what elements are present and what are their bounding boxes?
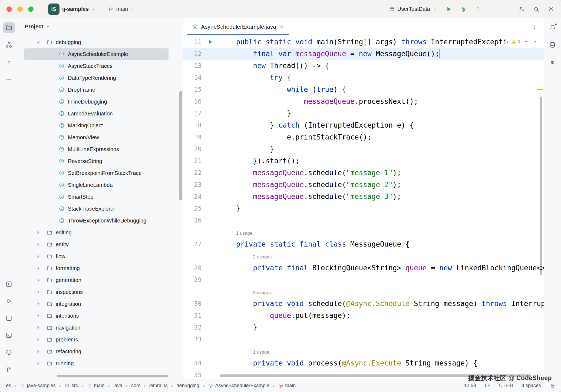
tree-item-formatting[interactable]: formatting <box>18 262 183 274</box>
breadcrumb-src[interactable]: src <box>65 383 78 388</box>
code-editor[interactable]: 11 public static void main(String[] args… <box>183 35 544 379</box>
line-number[interactable]: 31 <box>183 310 202 321</box>
line-number[interactable]: 15 <box>183 84 202 95</box>
tree-item-refactoring[interactable]: refactoring <box>18 346 183 357</box>
usage-hint[interactable]: 2 usages <box>253 254 272 260</box>
line-number[interactable]: 22 <box>183 167 202 179</box>
line-number[interactable]: 14 <box>183 72 202 84</box>
indent-widget[interactable]: 4 spaces <box>522 383 541 388</box>
notifications-button[interactable] <box>547 22 559 33</box>
commit-button[interactable] <box>3 57 15 68</box>
line-number[interactable]: 17 <box>183 107 202 119</box>
breadcrumb-debugging[interactable]: debugging <box>177 383 199 388</box>
encoding-widget[interactable]: UTF-8 <box>499 383 513 388</box>
line-number[interactable]: 35 <box>183 369 202 379</box>
line-number[interactable]: 26 <box>183 214 202 226</box>
breadcrumb-java[interactable]: java <box>113 383 122 388</box>
project-horizontal-scrollbar[interactable] <box>57 375 168 377</box>
tree-item-DropFrame[interactable]: CDropFrame <box>18 84 183 96</box>
tree-item-SmartStep[interactable]: CSmartStep <box>18 191 183 203</box>
debug-button[interactable] <box>458 4 469 15</box>
services-button[interactable] <box>3 279 15 290</box>
warning-stripe-mark[interactable] <box>537 89 543 90</box>
line-number[interactable]: 24 <box>183 191 202 202</box>
line-number[interactable]: 28 <box>183 262 202 274</box>
search-everywhere-button[interactable] <box>531 4 542 15</box>
tree-item-integration[interactable]: integration <box>18 298 183 310</box>
tree-item-AsyncSchedulerExample[interactable]: CAsyncSchedulerExample <box>18 48 183 60</box>
problems-button[interactable] <box>3 347 15 358</box>
line-number[interactable]: 20 <box>183 143 202 155</box>
tree-item-InlineDebugging[interactable]: CInlineDebugging <box>18 96 183 108</box>
tree-item-LambdaEvaluation[interactable]: CLambdaEvaluation <box>18 108 183 119</box>
run-gutter-slot[interactable] <box>202 36 219 48</box>
run-button[interactable] <box>443 4 454 15</box>
tree-item-editing[interactable]: editing <box>18 227 183 238</box>
line-number[interactable]: 29 <box>183 274 202 286</box>
line-number[interactable]: 30 <box>183 298 202 310</box>
line-number[interactable]: 18 <box>183 119 202 131</box>
tree-item-SingleLineLambda[interactable]: CSingleLineLambda <box>18 179 183 191</box>
project-selector[interactable]: IS ij-samples <box>45 2 98 16</box>
tree-item-MemoryView[interactable]: CMemoryView <box>18 131 183 143</box>
project-panel-header[interactable]: Project <box>18 18 183 35</box>
tree-item-ReverseString[interactable]: CReverseString <box>18 155 183 167</box>
line-number[interactable]: 23 <box>183 179 202 191</box>
line-number[interactable]: 16 <box>183 95 202 107</box>
tree-item-MarkingObject[interactable]: CMarkingObject <box>18 119 183 131</box>
editor-tab[interactable]: C AsyncSchedulerExample.java <box>187 18 289 35</box>
tree-item-SetBreakpointFromStackTrace[interactable]: CSetBreakpointFromStackTrace <box>18 167 183 179</box>
code-with-me-button[interactable] <box>516 4 527 15</box>
line-number[interactable]: 34 <box>183 357 202 369</box>
terminal-button[interactable] <box>3 330 15 341</box>
structure-button[interactable] <box>3 39 15 50</box>
caret-position-widget[interactable]: 12:53 <box>464 383 476 388</box>
breadcrumb-es[interactable]: es <box>6 383 11 388</box>
warnings-indicator[interactable]: 1 <box>511 39 520 44</box>
tree-item-problems[interactable]: problems <box>18 334 183 346</box>
maven-button[interactable]: m <box>547 57 559 68</box>
branch-selector[interactable]: main <box>105 4 138 14</box>
project-button[interactable] <box>3 22 15 33</box>
run-tool-button[interactable] <box>3 296 15 307</box>
line-number[interactable]: 12 <box>183 48 202 60</box>
previous-problem-button[interactable] <box>523 39 529 45</box>
usage-hint[interactable]: 1 usage <box>253 350 269 355</box>
tree-item-entity[interactable]: entity <box>18 238 183 250</box>
tree-item-running[interactable]: running <box>18 357 183 369</box>
tree-item-MultiLineExpressions[interactable]: CMultiLineExpressions <box>18 143 183 155</box>
next-problem-button[interactable] <box>532 39 538 45</box>
version-control-button[interactable] <box>3 364 15 375</box>
lock-icon[interactable] <box>550 383 555 388</box>
minimize-button[interactable] <box>17 6 23 12</box>
line-number[interactable]: 21 <box>183 155 202 167</box>
console-button[interactable] <box>3 313 15 324</box>
line-number[interactable]: 27 <box>183 238 202 250</box>
line-number[interactable]: 19 <box>183 131 202 143</box>
tree-item-intentions[interactable]: intentions <box>18 310 183 322</box>
more-tool-windows-button[interactable] <box>3 74 15 85</box>
line-number[interactable]: 11 <box>183 36 202 48</box>
breadcrumb-jetbrains[interactable]: jetbrains <box>149 383 168 388</box>
breadcrumb-java-samples[interactable]: java-samples <box>20 383 56 388</box>
line-separator-widget[interactable]: LF <box>485 383 490 388</box>
tree-item-debugging[interactable]: debugging <box>18 36 183 48</box>
breadcrumb-AsyncSchedulerExample[interactable]: CAsyncSchedulerExample <box>208 383 269 388</box>
run-config-selector[interactable]: UserTestData <box>387 4 440 14</box>
line-number[interactable]: 33 <box>183 333 202 345</box>
tree-item-DataTypeRendering[interactable]: CDataTypeRendering <box>18 72 183 84</box>
more-actions-button[interactable] <box>472 4 484 15</box>
zoom-button[interactable] <box>28 6 34 12</box>
breadcrumb-main[interactable]: mmain <box>278 383 296 388</box>
close-tab-icon[interactable] <box>279 24 284 29</box>
line-number[interactable]: 25 <box>183 202 202 214</box>
line-number[interactable]: 32 <box>183 321 202 333</box>
project-vertical-scrollbar[interactable] <box>179 91 182 200</box>
close-button[interactable] <box>6 6 12 12</box>
line-number[interactable]: 13 <box>183 60 202 72</box>
database-button[interactable] <box>547 39 559 50</box>
breadcrumb-main[interactable]: main <box>87 383 104 388</box>
tree-item-inspections[interactable]: inspections <box>18 286 183 298</box>
editor-vertical-scrollbar[interactable] <box>540 97 542 275</box>
tree-item-flow[interactable]: flow <box>18 250 183 262</box>
